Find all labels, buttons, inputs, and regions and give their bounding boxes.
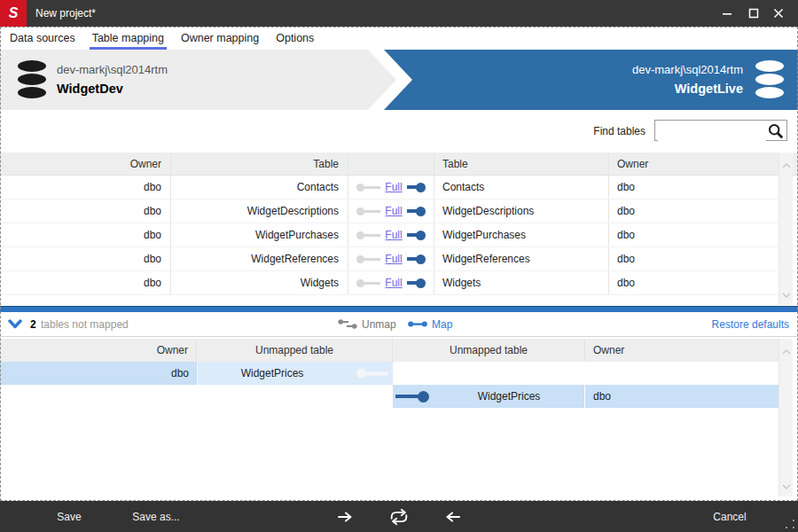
tab-data-sources[interactable]: Data sources: [7, 28, 78, 50]
deploy-left-button[interactable]: [439, 501, 466, 532]
save-button[interactable]: Save: [43, 501, 96, 532]
deploy-right-button[interactable]: [332, 501, 359, 532]
source-database-name: WidgetDev: [57, 79, 168, 98]
connector-handle-icon[interactable]: [395, 391, 429, 403]
scroll-up-icon[interactable]: [782, 156, 791, 172]
cancel-button[interactable]: Cancel: [702, 501, 757, 532]
toggle-right-icon[interactable]: [407, 183, 426, 192]
table-row[interactable]: dbo WidgetReferences Full WidgetReferenc…: [0, 247, 798, 271]
maximize-icon: [748, 8, 759, 19]
switch-direction-button[interactable]: [386, 501, 412, 532]
owner-cell: dbo: [0, 271, 171, 294]
mapping-toggle: Full: [348, 200, 434, 223]
table-cell: WidgetPurchases: [171, 223, 348, 246]
column-header-unmapped-right[interactable]: Unmapped table: [393, 339, 585, 362]
owner-cell: dbo: [0, 247, 171, 270]
owner-cell: dbo: [609, 200, 798, 223]
find-tables-box: [654, 120, 787, 141]
search-icon[interactable]: [768, 123, 784, 143]
table-cell: Contacts: [171, 176, 348, 199]
unmapped-table-name: WidgetPrices: [434, 385, 585, 408]
toggle-left-icon[interactable]: [356, 231, 380, 239]
scroll-up-icon[interactable]: [782, 342, 791, 358]
tab-table-mapping[interactable]: Table mapping: [90, 28, 167, 50]
arrow-left-icon: [443, 511, 461, 523]
scrollbar-upper[interactable]: [778, 153, 793, 305]
scroll-down-icon[interactable]: [782, 286, 791, 301]
arrow-right-icon: [337, 511, 355, 523]
table-cell: WidgetReferences: [434, 247, 609, 270]
toggle-left-icon[interactable]: [356, 255, 380, 263]
owner-cell: dbo: [0, 176, 171, 199]
connector-handle-icon[interactable]: [356, 369, 388, 379]
target-server-name: dev-markj\sql2014rtm: [632, 61, 743, 79]
mapping-toggle: Full: [348, 271, 434, 294]
minimize-button[interactable]: [715, 0, 739, 27]
column-header-owner-left[interactable]: Owner: [0, 153, 171, 175]
app-window: S New project* Data sources Table mappin…: [0, 0, 798, 532]
unmapped-label: tables not mapped: [41, 318, 129, 331]
window-title: New project*: [35, 0, 96, 27]
unmapped-row-source[interactable]: dbo WidgetPrices: [0, 362, 393, 385]
owner-cell: dbo: [609, 271, 798, 294]
column-header-spacer: [348, 153, 434, 175]
unmapped-row-target[interactable]: WidgetPrices dbo: [393, 385, 778, 408]
minimize-icon: [722, 8, 732, 19]
column-header-owner-right[interactable]: Owner: [585, 339, 778, 362]
app-logo-icon[interactable]: S: [0, 0, 27, 27]
target-database-name: WidgetLive: [632, 79, 743, 98]
find-tables-input[interactable]: [658, 121, 766, 141]
unmap-icon: [338, 318, 357, 330]
tab-options[interactable]: Options: [273, 28, 317, 50]
comparison-mode-link[interactable]: Full: [385, 181, 402, 193]
scrollbar-lower[interactable]: [778, 339, 793, 497]
unmapped-bar: 2 tables not mapped Unmap Map Restore de…: [0, 312, 798, 337]
unmapped-count: 2: [30, 318, 36, 331]
comparison-mode-link[interactable]: Full: [385, 205, 402, 217]
comparison-mode-link[interactable]: Full: [385, 277, 402, 289]
collapse-chevron-icon[interactable]: [8, 319, 22, 332]
database-icon: [754, 59, 786, 104]
toggle-right-icon[interactable]: [407, 207, 426, 216]
close-button[interactable]: [766, 0, 791, 27]
table-row[interactable]: dbo Contacts Full Contacts dbo: [0, 176, 798, 200]
source-database-panel[interactable]: dev-markj\sql2014rtm WidgetDev: [0, 50, 408, 110]
column-header-owner-left[interactable]: Owner: [0, 339, 197, 362]
column-header-owner-right[interactable]: Owner: [609, 153, 798, 175]
comparison-mode-link[interactable]: Full: [385, 229, 402, 241]
column-header-table-left[interactable]: Table: [171, 153, 348, 175]
footer-bar: Save Save as... Compare now Cancel: [0, 501, 798, 532]
map-icon: [408, 320, 427, 328]
maximize-button[interactable]: [741, 0, 766, 27]
table-cell: Widgets: [171, 271, 348, 294]
toggle-right-icon[interactable]: [407, 254, 426, 264]
column-header-table-right[interactable]: Table: [434, 153, 609, 175]
tab-owner-mapping[interactable]: Owner mapping: [178, 28, 262, 50]
mapping-toggle: Full: [348, 247, 434, 270]
table-cell: WidgetDescriptions: [434, 200, 609, 223]
table-row[interactable]: dbo WidgetDescriptions Full WidgetDescri…: [0, 200, 798, 223]
save-as-button[interactable]: Save as...: [122, 501, 190, 532]
toggle-left-icon[interactable]: [356, 279, 380, 287]
table-row[interactable]: dbo Widgets Full Widgets dbo: [0, 271, 798, 295]
column-header-unmapped-left[interactable]: Unmapped table: [197, 339, 393, 362]
table-cell: WidgetPrices: [197, 362, 393, 385]
owner-cell: dbo: [0, 200, 171, 223]
restore-defaults-link[interactable]: Restore defaults: [712, 318, 789, 331]
panel-divider[interactable]: [0, 306, 798, 312]
map-button[interactable]: Map: [408, 312, 452, 336]
owner-cell: dbo: [585, 390, 778, 403]
resize-grip[interactable]: [785, 519, 795, 529]
table-cell: WidgetDescriptions: [171, 200, 348, 223]
unmap-button[interactable]: Unmap: [338, 312, 396, 336]
datasource-banner: dev-markj\sql2014rtm WidgetDev dev-markj…: [0, 50, 798, 110]
table-cell: Contacts: [434, 176, 609, 199]
toggle-left-icon[interactable]: [356, 184, 380, 192]
toggle-left-icon[interactable]: [356, 207, 380, 215]
table-row[interactable]: dbo WidgetPurchases Full WidgetPurchases…: [0, 223, 798, 247]
toggle-right-icon[interactable]: [407, 278, 426, 288]
mapped-tables-grid: Owner Table Table Owner dbo Contacts Ful…: [0, 153, 798, 295]
comparison-mode-link[interactable]: Full: [385, 253, 402, 265]
scroll-down-icon[interactable]: [782, 477, 791, 493]
toggle-right-icon[interactable]: [407, 231, 426, 240]
